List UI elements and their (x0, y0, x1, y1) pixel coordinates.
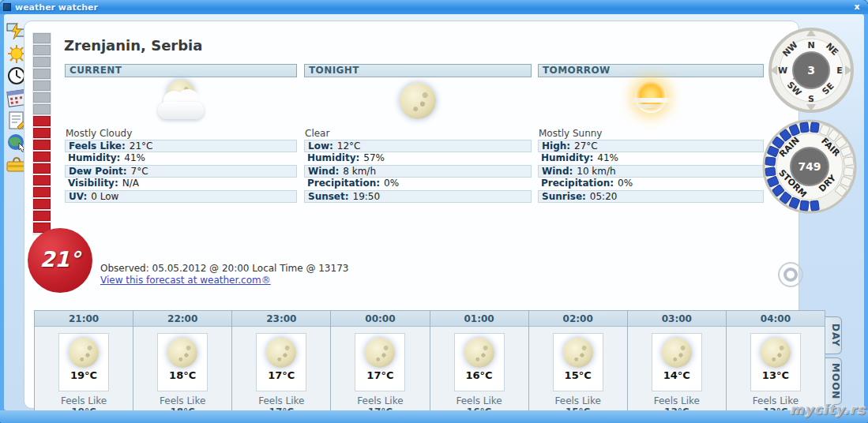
row-value: 21°C (130, 140, 153, 152)
row-value: 19:50 (353, 191, 381, 202)
hour-temp: 16°C (455, 369, 504, 381)
thermometer-segment (33, 140, 51, 150)
close-button[interactable]: x (851, 1, 863, 13)
row-value: 10 km/h (577, 166, 615, 177)
feels-like-label: Feels Like (628, 395, 726, 406)
condition-text: Mostly Sunny (539, 128, 602, 139)
thermometer-segment (33, 175, 51, 185)
app-icon (3, 3, 11, 11)
hourly-cell[interactable]: 00:00 17°C Feels Like 17°C (331, 311, 430, 418)
moon-icon (266, 338, 296, 368)
tomorrow-section: TOMORROW Mostly Sunny High:27°C Humidity… (538, 64, 764, 204)
app-window: weather watcher x (0, 0, 868, 423)
hour-temp: 13°C (751, 369, 800, 381)
hour-label: 02:00 (529, 311, 627, 327)
sun-behind-clouds-icon (626, 81, 675, 121)
row-label: Sunset: (308, 191, 349, 202)
moon-behind-cloud-icon (156, 80, 206, 124)
tab-day[interactable]: DAY (825, 316, 842, 354)
row-value: 0% (618, 178, 633, 189)
row-label: Wind: (308, 166, 339, 177)
hour-temp: 15°C (554, 369, 603, 381)
compass-n-label: N (807, 40, 814, 51)
row-label: Dew Point: (69, 166, 127, 177)
feels-like-label: Feels Like (133, 395, 231, 406)
data-row: Dew Point:7°C (65, 165, 297, 178)
moon-icon (662, 338, 692, 368)
hourly-cell[interactable]: 02:00 15°C Feels Like 15°C (529, 311, 628, 418)
hourly-cell[interactable]: 03:00 14°C Feels Like 13°C (628, 311, 727, 418)
feels-like-label: Feels Like (35, 395, 133, 406)
hour-temp: 17°C (355, 369, 404, 381)
row-label: Humidity: (541, 152, 593, 163)
barometer-segment (800, 122, 809, 133)
thermometer-segment (33, 69, 51, 79)
feels-like-label: Feels Like (232, 395, 330, 406)
row-label: Wind: (542, 166, 573, 177)
hourly-cell[interactable]: 21:00 19°C Feels Like 19°C (35, 311, 133, 418)
moon-icon (69, 338, 99, 368)
barometer-segment (810, 200, 819, 211)
thermometer-segment (33, 211, 51, 221)
thermometer-value: 21° (28, 247, 92, 271)
hour-label: 04:00 (727, 311, 825, 327)
thermometer-segment (33, 33, 51, 43)
full-moon-icon (400, 83, 436, 119)
thermometer-bulb: 21° (28, 228, 92, 293)
window-title: weather watcher (15, 2, 98, 13)
data-row: Low:12°C (304, 140, 532, 152)
hourly-cell[interactable]: 22:00 18°C Feels Like 18°C (133, 311, 232, 418)
data-row: Wind:10 km/h (538, 165, 764, 178)
row-value: 41% (597, 152, 618, 163)
hour-label: 01:00 (430, 311, 528, 327)
row-value: 8 km/h (343, 166, 376, 177)
location-title: Zrenjanin, Serbia (64, 37, 202, 54)
barometer-gauge: RAIN FAIR STORM DRY 749 (758, 118, 861, 219)
current-header: CURRENT (65, 64, 297, 77)
feels-like-label: Feels Like (529, 395, 627, 406)
current-section: CURRENT Mostly Cloudy Feels Like:21°C Hu… (65, 64, 297, 204)
data-row: Sunset:19:50 (304, 190, 532, 203)
row-label: UV: (69, 191, 87, 202)
row-value: 12°C (337, 140, 361, 152)
data-row: Precipitation:0% (304, 178, 532, 190)
data-row: Humidity:41% (65, 152, 297, 165)
hour-label: 22:00 (133, 311, 231, 327)
row-value: 05:20 (590, 191, 618, 202)
title-bar[interactable]: weather watcher x (0, 0, 868, 14)
row-value: 0 Low (91, 191, 118, 202)
hourly-forecast-table: 21:00 19°C Feels Like 19°C 22:00 18°C Fe… (34, 310, 825, 419)
wind-compass-gauge: N NE E SE S SW W NW 3 (763, 24, 859, 118)
data-row: Sunrise:05:20 (538, 190, 764, 203)
hour-label: 00:00 (331, 311, 429, 327)
compass-s-label: S (808, 94, 814, 104)
moon-icon (563, 338, 593, 368)
tab-moon[interactable]: MOON (825, 357, 842, 405)
thermometer-segment (33, 152, 51, 162)
row-value: 27°C (574, 140, 598, 152)
row-label: Visibility: (68, 178, 118, 189)
hour-temp: 17°C (257, 369, 306, 381)
row-label: Sunrise: (542, 191, 586, 202)
compass-e-label: E (836, 66, 843, 76)
cloud-shape (158, 102, 204, 119)
tonight-header: TONIGHT (304, 64, 532, 77)
hourly-cell[interactable]: 01:00 16°C Feels Like 16°C (430, 311, 529, 418)
hour-label: 21:00 (35, 311, 133, 327)
hourly-cell[interactable]: 23:00 17°C Feels Like 17°C (232, 311, 331, 418)
forecast-link[interactable]: View this forecast at weather.com® (100, 275, 271, 286)
wind-speed-value: 3 (807, 64, 815, 77)
barometer-segment (765, 157, 776, 166)
row-value: N/A (122, 178, 139, 189)
row-value: 0% (384, 178, 399, 189)
row-value: 57% (363, 152, 385, 163)
row-label: Precipitation: (541, 178, 614, 189)
data-row: Wind:8 km/h (304, 165, 532, 178)
data-row: Feels Like:21°C (65, 140, 297, 152)
thermometer-segment (33, 80, 51, 91)
feels-like-label: Feels Like (430, 395, 528, 406)
row-label: Humidity: (307, 152, 359, 163)
condition-text: Clear (305, 128, 329, 139)
observed-text: Observed: 05.05.2012 @ 20:00 Local Time … (100, 263, 348, 274)
watermark-text: mycity.rs (790, 402, 866, 417)
